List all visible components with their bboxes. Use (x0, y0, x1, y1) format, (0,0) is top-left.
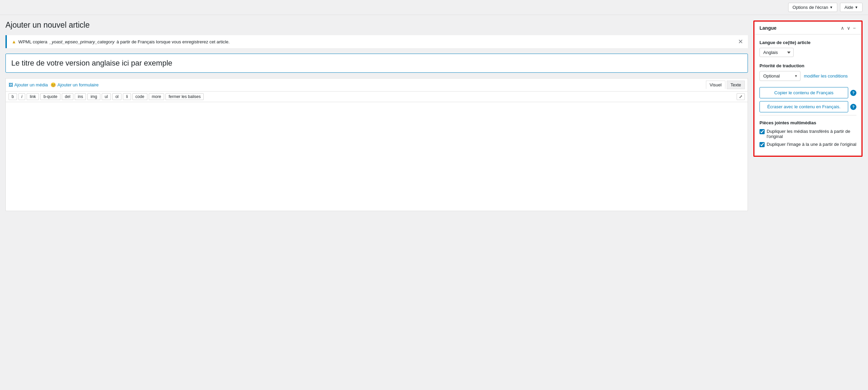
format-btn-ins[interactable]: ins (75, 93, 86, 100)
format-btn-ol[interactable]: ol (112, 93, 121, 100)
language-select[interactable]: Anglais Français Espagnol (760, 48, 794, 57)
duplicate-featured-checkbox[interactable] (760, 142, 765, 147)
tab-visual[interactable]: Visuel (706, 81, 725, 89)
help-button[interactable]: Aide ▼ (840, 3, 863, 12)
priority-select[interactable]: Optional Normal High (760, 71, 800, 81)
panel-header[interactable]: Langue ∧ ∨ − (755, 22, 861, 34)
priority-label: Priorité de traduction (760, 63, 856, 68)
lang-label: Langue de ce(tte) article (760, 40, 856, 45)
modify-conditions-link[interactable]: modifier les conditions (804, 73, 848, 79)
priority-select-wrap: Optional Normal High ▼ (760, 71, 800, 81)
format-btn-img[interactable]: img (87, 93, 100, 100)
notice-before: WPML copiera (18, 39, 47, 44)
editor-toolbar-top: 🖼 Ajouter un média 😊 Ajouter un formulai… (5, 78, 748, 91)
media-section-title: Pièces jointes multimédias (760, 120, 856, 125)
add-form-button[interactable]: 😊 Ajouter un formulaire (50, 82, 99, 87)
format-btn-ul[interactable]: ul (102, 93, 111, 100)
panel-collapse-up-button[interactable]: ∧ (840, 25, 845, 31)
screen-options-chevron: ▼ (829, 5, 833, 9)
add-media-icon: 🖼 (9, 82, 13, 87)
checkbox-row-2: Dupliquer l'image à la une à partir de l… (760, 142, 856, 147)
checkbox-row-1: Dupliquer les médias transférés à partir… (760, 129, 856, 139)
help-label: Aide (844, 5, 853, 10)
page-title: Ajouter un nouvel article (5, 20, 748, 30)
duplicate-media-checkbox[interactable] (760, 129, 765, 134)
top-bar: Options de l'écran ▼ Aide ▼ (0, 0, 868, 15)
copy-button-row: Copier le contenu de Français ? (760, 87, 856, 98)
format-btn-more[interactable]: more (149, 93, 164, 100)
language-field: Langue de ce(tte) article Anglais França… (760, 40, 856, 57)
help-chevron: ▼ (855, 5, 858, 9)
screen-options-label: Options de l'écran (793, 5, 828, 10)
notice-after: à partir de Français lorsque vous enregi… (116, 39, 230, 44)
add-media-button[interactable]: 🖼 Ajouter un média (9, 82, 48, 87)
panel-controls: ∧ ∨ − (840, 25, 856, 31)
editor-tabs: Visuel Texte (706, 81, 745, 89)
priority-section: Priorité de traduction Optional Normal H… (760, 63, 856, 81)
erase-button-row: Écraser avec le contenu en Français. ? (760, 101, 856, 112)
duplicate-featured-label: Dupliquer l'image à la une à partir de l… (767, 142, 856, 147)
notice-text: ▲ WPML copiera _yoast_wpseo_primary_cate… (12, 39, 230, 44)
notice-italic: _yoast_wpseo_primary_category (49, 39, 115, 44)
warning-icon: ▲ (12, 39, 16, 44)
add-form-label: Ajouter un formulaire (57, 82, 99, 87)
article-title-input[interactable] (5, 54, 748, 73)
editor-area: Ajouter un nouvel article ▲ WPML copiera… (5, 20, 748, 211)
notice-close-button[interactable]: ✕ (738, 39, 743, 45)
editor-body[interactable] (5, 102, 748, 211)
editor-expand-button[interactable]: ⤢ (737, 93, 745, 100)
erase-content-button[interactable]: Écraser avec le contenu en Français. (760, 101, 848, 112)
panel-minimize-button[interactable]: − (852, 25, 856, 31)
main-content: Ajouter un nouvel article ▲ WPML copiera… (0, 15, 868, 217)
screen-options-button[interactable]: Options de l'écran ▼ (788, 3, 837, 12)
add-media-label: Ajouter un média (14, 82, 48, 87)
sidebar: Langue ∧ ∨ − Langue de ce(tte) article A… (753, 20, 863, 157)
panel-body: Langue de ce(tte) article Anglais França… (755, 34, 861, 155)
format-btn-del[interactable]: del (62, 93, 73, 100)
format-btn-link[interactable]: link (27, 93, 39, 100)
copy-content-button[interactable]: Copier le contenu de Français (760, 87, 848, 98)
panel-collapse-down-button[interactable]: ∨ (846, 25, 851, 31)
panel-title: Langue (760, 25, 777, 31)
format-btn-close-tags[interactable]: fermer les balises (165, 93, 204, 100)
copy-help-icon[interactable]: ? (850, 90, 856, 96)
format-btn-bquote[interactable]: b-quote (40, 93, 60, 100)
editor-media-buttons: 🖼 Ajouter un média 😊 Ajouter un formulai… (9, 82, 99, 87)
add-form-icon: 😊 (50, 82, 56, 87)
format-btn-li[interactable]: li (123, 93, 131, 100)
tab-text[interactable]: Texte (727, 81, 745, 89)
format-btn-code[interactable]: code (132, 93, 147, 100)
editor-format-toolbar: b i link b-quote del ins img ul ol li co… (5, 91, 748, 102)
duplicate-media-label: Dupliquer les médias transférés à partir… (767, 129, 856, 139)
erase-help-icon[interactable]: ? (850, 104, 856, 110)
format-btn-i[interactable]: i (18, 93, 26, 100)
media-section: Pièces jointes multimédias Dupliquer les… (760, 115, 856, 147)
wpml-notice: ▲ WPML copiera _yoast_wpseo_primary_cate… (5, 35, 748, 48)
priority-row: Optional Normal High ▼ modifier les cond… (760, 71, 856, 81)
format-btn-b[interactable]: b (9, 93, 17, 100)
langue-panel: Langue ∧ ∨ − Langue de ce(tte) article A… (754, 22, 862, 156)
